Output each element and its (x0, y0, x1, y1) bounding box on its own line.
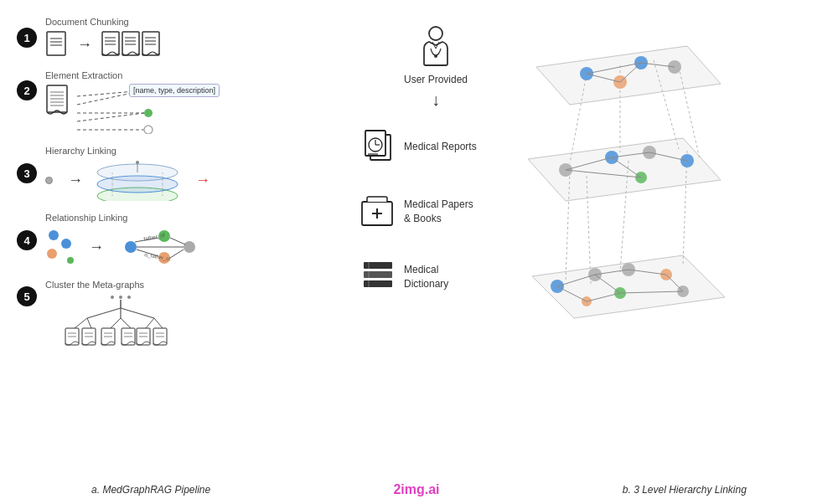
source-medical-reports: Medical Reports (360, 126, 520, 167)
step-5-content: Cluster the Meta-graphs (45, 280, 335, 368)
right-panel (520, 8, 838, 496)
svg-rect-8 (122, 32, 139, 55)
svg-point-46 (125, 241, 137, 253)
medical-dictionary-label: MedicalDictionary (404, 263, 448, 291)
medical-dictionary-icon (360, 257, 396, 297)
svg-line-66 (111, 318, 121, 328)
step-5: 5 Cluster the Meta-graphs (17, 280, 335, 368)
chunk-doc-3 (141, 30, 163, 59)
chunk-doc-1 (101, 30, 122, 59)
svg-point-37 (136, 161, 139, 164)
svg-line-54 (170, 249, 184, 258)
svg-line-25 (77, 113, 144, 121)
user-section: User Provided ↓ (404, 25, 468, 110)
user-label: User Provided (404, 74, 468, 85)
step-4-visual: → father_o (45, 226, 335, 268)
main-container: 1 Document Chunking → (0, 0, 838, 504)
extraction-tag: [name, type, description] (129, 84, 220, 97)
step-3-visual: → (45, 159, 335, 201)
hierarchy-graph-svg (520, 17, 737, 486)
step-2: 2 Element Extraction (17, 70, 335, 134)
arrow-4: → (89, 239, 104, 256)
svg-point-88 (429, 27, 442, 40)
step-4: 4 Relationship Linking → (17, 213, 335, 268)
step-number-4: 4 (17, 230, 37, 250)
down-arrow: ↓ (432, 90, 440, 110)
step-1-label: Document Chunking (45, 17, 335, 27)
chunk-doc-2 (121, 30, 142, 59)
step-5-label: Cluster the Meta-graphs (45, 280, 335, 290)
step-2-label: Element Extraction (45, 70, 335, 80)
step-3-input-dot (45, 177, 53, 184)
svg-rect-0 (47, 32, 65, 55)
svg-point-48 (184, 241, 195, 253)
svg-rect-103 (364, 280, 392, 287)
svg-rect-4 (102, 32, 119, 55)
rel-input-dots (45, 229, 79, 265)
step-1-visual: → (45, 30, 335, 59)
middle-panel: User Provided ↓ Medical Reports (352, 8, 520, 496)
step-number-1: 1 (17, 28, 37, 48)
step-3: 3 Hierarchy Linking → (17, 146, 335, 201)
bottom-labels: a. MedGraphRAG Pipeline 2img.ai b. 3 Lev… (0, 482, 838, 497)
sources-list: Medical Reports Medical Papers& Books (352, 126, 520, 311)
extraction-doc-icon (45, 84, 72, 117)
step-4-content: Relationship Linking → (45, 213, 335, 268)
brand-label: 2img.ai (393, 482, 439, 497)
step-3-content: Hierarchy Linking → (45, 146, 335, 201)
svg-line-63 (121, 308, 154, 318)
svg-marker-107 (536, 46, 721, 105)
medical-reports-label: Medical Reports (404, 140, 477, 154)
svg-point-43 (61, 239, 71, 249)
svg-point-42 (49, 230, 59, 240)
source-medical-dictionary: MedicalDictionary (360, 257, 520, 297)
svg-line-65 (87, 318, 91, 328)
svg-rect-101 (364, 262, 392, 269)
arrow-red-3: → (195, 172, 210, 189)
svg-point-59 (127, 296, 131, 299)
step-2-visual: [name, type, description] (45, 84, 335, 134)
step-1: 1 Document Chunking → (17, 17, 335, 59)
svg-line-53 (170, 238, 185, 244)
bottom-left-label: a. MedGraphRAG Pipeline (91, 484, 210, 496)
step-4-label: Relationship Linking (45, 213, 335, 223)
hierarchy-layers-icon (91, 159, 184, 201)
medical-reports-icon (360, 126, 396, 167)
source-medical-papers: Medical Papers& Books (360, 192, 520, 232)
svg-rect-102 (364, 271, 392, 278)
svg-point-57 (111, 296, 114, 299)
step-number-3: 3 (17, 163, 37, 183)
svg-point-58 (119, 296, 122, 299)
svg-line-61 (87, 308, 121, 318)
svg-marker-108 (528, 138, 721, 201)
svg-point-29 (144, 126, 153, 134)
svg-line-68 (146, 318, 154, 328)
svg-line-64 (75, 318, 87, 328)
svg-rect-12 (142, 32, 159, 55)
svg-point-28 (144, 109, 153, 117)
step-number-2: 2 (17, 80, 37, 100)
single-doc-icon (45, 30, 69, 59)
step-3-label: Hierarchy Linking (45, 146, 335, 156)
step-1-content: Document Chunking → (45, 17, 335, 59)
bottom-right-label: b. 3 Level Hierarchy Linking (623, 484, 747, 496)
svg-line-69 (154, 318, 163, 328)
svg-line-67 (121, 318, 131, 328)
svg-point-45 (67, 257, 74, 264)
left-panel: 1 Document Chunking → (0, 8, 352, 496)
medical-papers-label: Medical Papers& Books (404, 198, 473, 226)
arrow-1: → (77, 36, 92, 54)
svg-point-89 (434, 54, 437, 58)
step-5-visual (45, 293, 335, 368)
arrow-3: → (68, 172, 83, 189)
user-doctor-icon (417, 25, 454, 69)
rel-graph-icon: father_of is_father_of (114, 226, 206, 268)
step-2-content: Element Extraction (45, 70, 335, 134)
svg-point-44 (47, 249, 57, 259)
step-number-5: 5 (17, 286, 37, 306)
cluster-tree-icon (45, 293, 213, 368)
medical-papers-icon (360, 192, 396, 232)
